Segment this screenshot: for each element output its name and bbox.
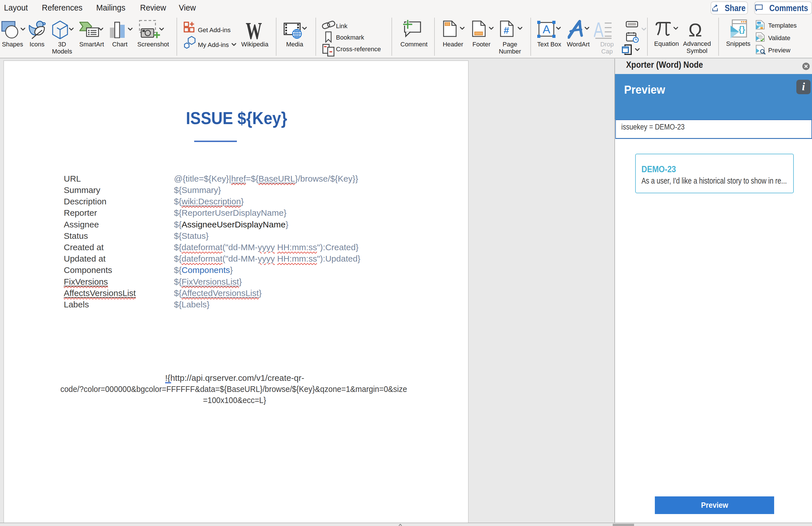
svg-text:A: A: [543, 23, 550, 35]
svg-text:{}: {}: [739, 25, 745, 34]
svg-text:#: #: [504, 25, 509, 35]
svg-text:A: A: [594, 20, 604, 39]
